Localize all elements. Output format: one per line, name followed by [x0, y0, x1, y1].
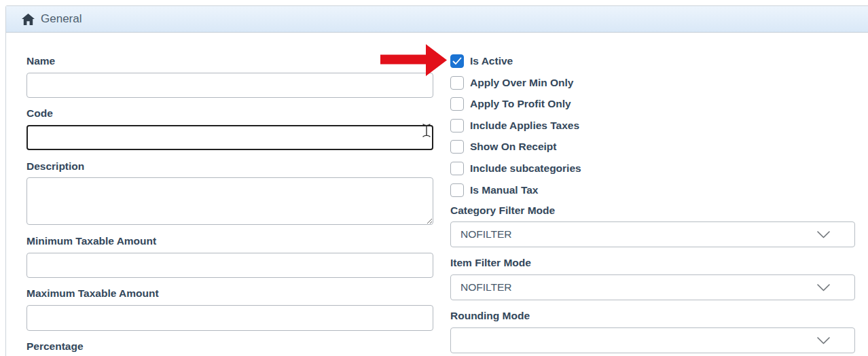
include-subcategories-label: Include subcategories	[470, 162, 581, 175]
code-input[interactable]	[26, 125, 433, 150]
apply-over-min-only-label: Apply Over Min Only	[470, 77, 573, 89]
apply-to-profit-only-checkbox[interactable]	[450, 97, 464, 111]
apply-to-profit-only-label: Apply To Profit Only	[470, 98, 571, 110]
show-on-receipt-checkbox[interactable]	[450, 140, 464, 154]
minimum-taxable-amount-label: Minimum Taxable Amount	[26, 235, 156, 247]
description-textarea[interactable]	[26, 177, 433, 225]
name-input[interactable]	[26, 73, 433, 98]
panel-header-general[interactable]: General	[6, 6, 868, 33]
is-manual-tax-checkbox[interactable]	[450, 183, 464, 197]
is-active-checkbox[interactable]	[450, 54, 464, 68]
item-filter-mode-value: NOFILTER	[460, 281, 817, 293]
checkbox-row-apply-to-profit-only: Apply To Profit Only	[450, 96, 571, 111]
include-applies-taxes-checkbox[interactable]	[450, 119, 464, 132]
checkbox-row-is-manual-tax: Is Manual Tax	[450, 183, 539, 197]
checkbox-row-is-active: Is Active	[450, 54, 513, 68]
is-active-label: Is Active	[470, 55, 513, 67]
code-label: Code	[26, 107, 53, 120]
rounding-mode-label: Rounding Mode	[450, 310, 530, 322]
rounding-mode-select[interactable]	[450, 327, 855, 353]
checkbox-row-show-on-receipt: Show On Receipt	[450, 139, 556, 154]
percentage-label: Percentage	[26, 340, 84, 353]
panel-title: General	[41, 12, 82, 26]
chevron-down-icon	[817, 337, 830, 344]
chevron-down-icon	[817, 284, 830, 291]
maximum-taxable-amount-label: Maximum Taxable Amount	[26, 287, 159, 300]
name-label: Name	[26, 55, 55, 67]
checkbox-row-include-applies-taxes: Include Applies Taxes	[450, 118, 579, 132]
apply-over-min-only-checkbox[interactable]	[450, 76, 464, 90]
include-applies-taxes-label: Include Applies Taxes	[470, 120, 579, 132]
item-filter-mode-select[interactable]: NOFILTER	[450, 274, 855, 300]
category-filter-mode-value: NOFILTER	[460, 228, 817, 241]
general-settings-page: General Name Code Description Minimum Ta…	[0, 0, 868, 356]
is-manual-tax-label: Is Manual Tax	[470, 184, 539, 196]
home-icon	[22, 14, 35, 25]
show-on-receipt-label: Show On Receipt	[470, 141, 556, 153]
minimum-taxable-amount-input[interactable]	[26, 253, 433, 278]
item-filter-mode-label: Item Filter Mode	[450, 257, 531, 269]
checkbox-row-apply-over-min-only: Apply Over Min Only	[450, 75, 573, 90]
include-subcategories-checkbox[interactable]	[450, 162, 464, 175]
category-filter-mode-select[interactable]: NOFILTER	[450, 221, 855, 247]
checkbox-row-include-subcategories: Include subcategories	[450, 161, 581, 175]
chevron-down-icon	[817, 231, 830, 238]
category-filter-mode-label: Category Filter Mode	[450, 204, 555, 217]
maximum-taxable-amount-input[interactable]	[26, 305, 433, 331]
description-label: Description	[26, 160, 84, 173]
check-icon	[452, 57, 462, 65]
general-panel: General Name Code Description Minimum Ta…	[5, 5, 868, 356]
